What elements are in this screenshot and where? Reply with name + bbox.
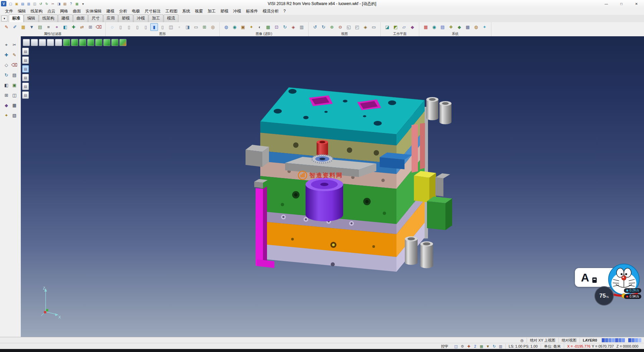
attr-grid-icon[interactable]: ⊞ <box>87 23 94 31</box>
screen-icon[interactable]: ◫ <box>453 344 459 349</box>
view-cube-front-icon[interactable] <box>103 39 110 46</box>
attr-add-icon[interactable]: ✚ <box>70 23 77 31</box>
sys-pattern-icon[interactable]: ▩ <box>464 23 472 31</box>
snap-cross-icon[interactable]: ✚ <box>466 344 472 349</box>
toolbar-tab[interactable]: 模流 <box>164 14 178 22</box>
menu-item[interactable]: 点云 <box>45 8 58 15</box>
open-file-icon[interactable]: ▣ <box>14 1 19 7</box>
menu-item[interactable]: 塑模 <box>218 8 231 15</box>
sys-solid-icon[interactable]: ◆ <box>455 23 463 31</box>
wp-plane2-icon[interactable]: ◩ <box>392 23 399 31</box>
sheet-slot-1-icon[interactable]: ▤ <box>22 48 29 55</box>
view-cube-nw-icon[interactable] <box>87 39 94 46</box>
toolbar-tab[interactable]: 加工 <box>149 14 163 22</box>
img-rows-icon[interactable]: ▥ <box>298 23 306 31</box>
view-fit-icon[interactable]: ▭ <box>370 23 378 31</box>
layer-swatch[interactable] <box>632 338 635 342</box>
img-render-icon[interactable]: ◉ <box>231 23 238 31</box>
toolbar-tab[interactable]: 应用 <box>103 14 118 22</box>
menu-item[interactable]: 实体编辑 <box>83 8 104 15</box>
copy-icon[interactable]: ◨ <box>56 1 62 7</box>
point-tool-icon[interactable]: ◇ <box>3 61 10 69</box>
rows-icon[interactable]: ▥ <box>498 344 503 349</box>
img-refresh-icon[interactable]: ↻ <box>281 23 289 31</box>
gfx-ghost-icon[interactable]: ▫ <box>175 23 183 31</box>
menu-item[interactable]: 分析 <box>117 8 129 15</box>
menu-item[interactable]: 工程图 <box>163 8 180 15</box>
toolbar-tab[interactable]: 塑模 <box>118 14 133 22</box>
sketch-tool-icon[interactable]: ✎ <box>11 51 18 59</box>
view-zoom-in-icon[interactable]: ⊕ <box>328 23 336 31</box>
sys-globe-icon[interactable]: ◉ <box>430 23 438 31</box>
view-iso-icon[interactable]: ◈ <box>362 23 369 31</box>
layer-swatch[interactable] <box>615 338 618 342</box>
sys-colors-icon[interactable]: ▦ <box>422 23 430 31</box>
sheet-slot-5-icon[interactable]: ▤ <box>22 83 29 90</box>
cut-icon[interactable]: ✂ <box>50 1 56 7</box>
menu-item[interactable]: 冲模 <box>231 8 244 15</box>
diamond-tool-icon[interactable]: ◆ <box>3 101 10 109</box>
view-cube-right-icon[interactable] <box>111 39 118 46</box>
refresh-icon[interactable]: ↻ <box>492 344 497 349</box>
menu-item[interactable]: 线架构 <box>28 8 45 15</box>
view-rotate-left-icon[interactable]: ↺ <box>311 23 319 31</box>
gfx-half-icon[interactable]: ◨ <box>184 23 192 31</box>
grid-tool-icon[interactable]: ⊞ <box>3 91 10 99</box>
attr-swap-icon[interactable]: ⇄ <box>78 23 86 31</box>
layer-swatch[interactable] <box>619 338 622 342</box>
toolbar-tab[interactable]: 建模 <box>58 14 73 22</box>
layer-swatch[interactable] <box>605 338 608 342</box>
menu-item[interactable]: 系统 <box>180 8 193 15</box>
viewport-horizontal-icon[interactable] <box>47 39 54 46</box>
new-file-icon[interactable]: ▢ <box>8 1 13 7</box>
sys-modules-icon[interactable]: ❖ <box>447 23 455 31</box>
menu-item[interactable]: 文件 <box>3 8 15 15</box>
layer-swatch[interactable] <box>638 338 641 342</box>
layer-swatch[interactable] <box>602 338 605 342</box>
wp-skew-icon[interactable]: ▱ <box>400 23 408 31</box>
view-rotate-right-icon[interactable]: ↻ <box>320 23 327 31</box>
view-cube-se-icon[interactable] <box>63 39 70 46</box>
status-view-mode[interactable]: 绝对 XY 上视图 <box>527 338 558 343</box>
wp-diamond-icon[interactable]: ◆ <box>409 23 416 31</box>
img-light-icon[interactable]: ✦ <box>248 23 255 31</box>
filter-icon[interactable]: ▼ <box>485 344 491 349</box>
sheet-slot-4-icon[interactable]: ▤ <box>22 74 29 81</box>
attr-halfbox-icon[interactable]: ◧ <box>61 23 69 31</box>
img-material-icon[interactable]: ▣ <box>239 23 247 31</box>
img-section-icon[interactable]: ⊡ <box>273 23 280 31</box>
sheet-slot-2-icon[interactable]: ▤ <box>22 56 29 64</box>
wp-plane1-icon[interactable]: ◪ <box>383 23 391 31</box>
view-zoom-out-icon[interactable]: ⊖ <box>336 23 344 31</box>
menu-item[interactable]: 模流分析 <box>260 8 281 15</box>
status-abs-view[interactable]: 绝对视图 <box>558 338 580 343</box>
gfx-bar1-icon[interactable]: ▯ <box>117 23 124 31</box>
solid-tool-icon[interactable]: ▣ <box>11 81 18 89</box>
menu-item[interactable]: 电极 <box>129 8 142 15</box>
close-button[interactable]: ✕ <box>629 0 644 7</box>
attr-palette-icon[interactable]: ▦ <box>19 23 27 31</box>
move-tool-icon[interactable]: ✚ <box>3 51 10 59</box>
menu-item[interactable]: 建模 <box>104 8 117 15</box>
img-contrast-icon[interactable]: ◐ <box>256 23 264 31</box>
layer-swatch[interactable] <box>628 338 631 342</box>
status-layer[interactable]: LAYER0 <box>580 338 600 343</box>
erase-tool-icon[interactable]: ⌫ <box>11 61 18 69</box>
menu-item[interactable]: 编辑 <box>15 8 28 15</box>
maximize-button[interactable]: □ <box>614 0 629 7</box>
gfx-bar3-icon[interactable]: ▯ <box>133 23 141 31</box>
gfx-bar2-icon[interactable]: ▯ <box>125 23 133 31</box>
layer-swatch[interactable] <box>622 338 625 342</box>
toolbar-tab[interactable]: 标准 <box>9 14 23 22</box>
paste-icon[interactable]: ▧ <box>62 1 68 7</box>
gfx-bar-selected-icon[interactable]: ▮ <box>150 23 158 31</box>
sys-table-icon[interactable]: ▤ <box>439 23 446 31</box>
view-cube-highlight-icon[interactable] <box>119 39 126 46</box>
save-icon[interactable]: ▤ <box>20 1 25 7</box>
attr-filter-icon[interactable]: ▼ <box>28 23 36 31</box>
view-cube-ne-icon[interactable] <box>79 39 86 46</box>
viewport-vertical-icon[interactable] <box>55 39 62 46</box>
toolbar-tab[interactable]: 冲模 <box>133 14 148 22</box>
view-corner1-icon[interactable]: ◱ <box>345 23 353 31</box>
undo-icon[interactable]: ↺ <box>38 1 44 7</box>
